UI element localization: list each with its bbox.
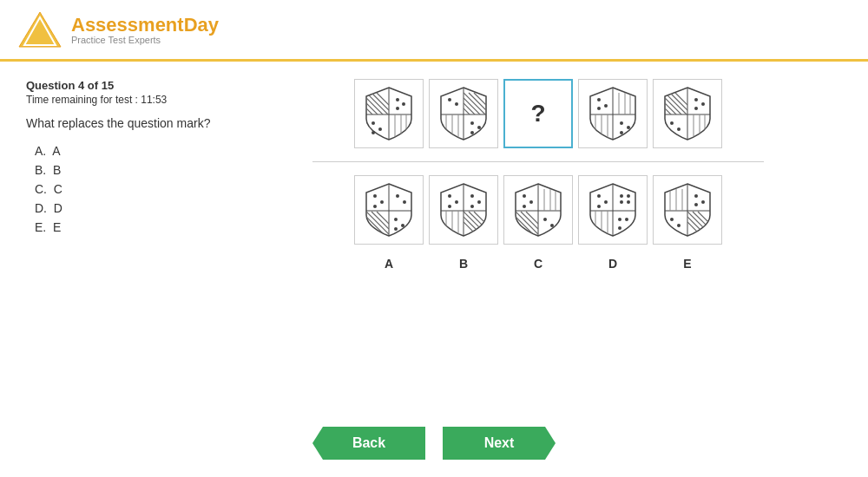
svg-point-67 [373, 194, 377, 198]
logo-text: AssessmentDay Practice Test Experts [71, 14, 219, 45]
time-remaining: Time remaining for test : 11:53 [26, 94, 217, 106]
answer-label-row: A B C D E [354, 253, 722, 271]
back-button[interactable]: Back [312, 427, 425, 460]
logo-brand-accent: Day [184, 14, 219, 36]
svg-point-11 [402, 102, 405, 106]
svg-point-39 [597, 107, 601, 110]
answer-options: A. A B. B C. C D. D E. E [26, 144, 217, 234]
svg-point-57 [694, 98, 698, 101]
next-button[interactable]: Next [443, 427, 556, 460]
svg-point-117 [597, 205, 601, 208]
logo: AssessmentDay Practice Test Experts [17, 9, 219, 50]
answer-label-e: E [653, 257, 722, 271]
logo-icon [17, 9, 62, 50]
svg-point-22 [455, 102, 458, 106]
svg-point-14 [378, 127, 382, 131]
svg-point-47 [627, 126, 630, 129]
option-c[interactable]: C. C [35, 182, 217, 196]
svg-point-60 [670, 121, 674, 125]
svg-point-32 [470, 121, 474, 125]
answer-row [354, 175, 722, 245]
svg-point-111 [543, 218, 547, 221]
svg-point-59 [694, 107, 698, 110]
svg-point-121 [627, 200, 630, 204]
svg-point-88 [470, 205, 474, 208]
answer-label-c: C [503, 257, 573, 271]
svg-point-12 [396, 107, 399, 110]
svg-point-115 [597, 194, 601, 198]
right-panel: ? [234, 79, 842, 271]
question-text: What replaces the question mark? [26, 116, 217, 130]
header: AssessmentDay Practice Test Experts [0, 0, 868, 62]
sequence-item-2 [429, 79, 498, 148]
svg-point-133 [694, 194, 698, 198]
svg-point-120 [620, 200, 623, 204]
svg-point-15 [372, 131, 375, 134]
svg-point-69 [373, 205, 377, 208]
svg-point-13 [372, 121, 375, 125]
answer-shield-a[interactable] [354, 175, 424, 245]
svg-point-48 [620, 131, 623, 134]
question-number: Question 4 of 15 [26, 79, 217, 92]
svg-point-100 [529, 200, 533, 204]
main-content: Question 4 of 15 Time remaining for test… [0, 62, 868, 288]
question-info: Question 4 of 15 Time remaining for test… [26, 79, 217, 106]
svg-point-101 [523, 205, 526, 208]
svg-point-78 [394, 218, 398, 221]
answer-label-a: A [354, 257, 424, 271]
footer: Back Next [312, 427, 556, 460]
svg-point-21 [448, 98, 451, 101]
answer-shield-b[interactable] [429, 175, 498, 245]
svg-point-87 [477, 200, 481, 204]
option-a[interactable]: A. A [35, 144, 217, 158]
svg-point-134 [701, 200, 705, 204]
svg-point-118 [620, 194, 623, 198]
question-mark: ? [530, 100, 545, 127]
svg-point-46 [620, 121, 623, 125]
sequence-item-1 [354, 79, 424, 148]
svg-point-61 [677, 127, 681, 131]
svg-point-99 [523, 194, 526, 198]
section-divider [312, 161, 764, 162]
svg-point-119 [627, 194, 630, 198]
svg-point-135 [694, 203, 698, 206]
answer-shield-c[interactable] [503, 175, 573, 245]
svg-point-33 [477, 126, 481, 129]
svg-point-58 [701, 102, 705, 106]
svg-point-10 [396, 98, 399, 101]
left-panel: Question 4 of 15 Time remaining for test… [26, 79, 217, 271]
answer-label-d: D [578, 257, 648, 271]
sequence-item-5 [653, 79, 722, 148]
sequence-item-4 [578, 79, 648, 148]
svg-point-112 [550, 224, 554, 227]
svg-point-83 [448, 194, 451, 198]
svg-point-84 [455, 200, 458, 204]
svg-point-126 [625, 218, 628, 221]
svg-point-127 [618, 226, 621, 230]
option-e[interactable]: E. E [35, 220, 217, 234]
svg-point-80 [394, 227, 398, 231]
svg-point-85 [448, 205, 451, 208]
answer-shield-d[interactable] [578, 175, 648, 245]
answer-shield-e[interactable] [653, 175, 722, 245]
svg-point-137 [677, 224, 681, 227]
option-d[interactable]: D. D [35, 201, 217, 215]
option-b[interactable]: B. B [35, 163, 217, 177]
sequence-row-top: ? [354, 79, 722, 148]
sequence-item-3-question: ? [503, 79, 573, 148]
logo-brand-main: Assessment [71, 14, 184, 36]
svg-point-38 [604, 104, 608, 108]
svg-point-71 [403, 200, 406, 204]
svg-point-79 [401, 224, 404, 227]
svg-point-34 [470, 131, 474, 134]
svg-point-37 [597, 98, 601, 101]
svg-point-116 [604, 200, 608, 204]
svg-point-125 [618, 218, 621, 221]
answer-label-b: B [429, 257, 498, 271]
svg-point-136 [670, 218, 674, 221]
svg-point-68 [380, 200, 384, 204]
svg-point-86 [470, 194, 474, 198]
svg-point-70 [396, 194, 399, 198]
